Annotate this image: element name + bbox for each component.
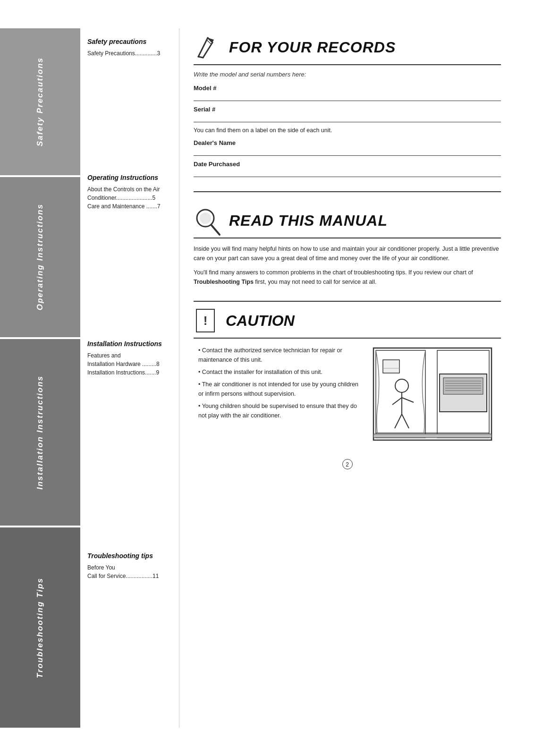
toc-troubleshooting-entry-0: Before You <box>87 563 172 572</box>
bottom-area: • Contact the authorized service technic… <box>194 346 501 450</box>
caution-title: CAUTION <box>226 312 295 330</box>
read-section: READ THIS MANUAL Inside you will find ma… <box>194 206 501 291</box>
toc-safety: Safety precautions Safety Precautions...… <box>87 38 172 160</box>
date-label: Date Purchased <box>194 161 501 168</box>
toc-installation-entry-0: Features and <box>87 351 172 360</box>
svg-rect-28 <box>373 434 492 438</box>
toc-troubleshooting: Troubleshooting tips Before You Call for… <box>87 552 172 704</box>
toc-troubleshooting-entry-1: Call for Service.................11 <box>87 572 172 580</box>
sidebar-safety-label: Safety Precautions <box>35 48 45 156</box>
sidebar-troubleshooting-label: Troubleshooting Tips <box>35 568 45 688</box>
records-title: FOR YOUR RECORDS <box>229 39 396 56</box>
page-container: Safety Precautions Operating Instruction… <box>0 0 534 756</box>
sidebar-safety: Safety Precautions <box>0 28 80 175</box>
records-info: You can find them on a label on the side… <box>194 127 501 134</box>
toc-installation-entry-2: Installation Instructions.......9 <box>87 368 172 377</box>
toc-troubleshooting-title: Troubleshooting tips <box>87 552 172 560</box>
records-section: FOR YOUR RECORDS Write the model and ser… <box>194 33 501 192</box>
model-line <box>194 93 501 101</box>
sidebar-troubleshooting: Troubleshooting Tips <box>0 527 80 728</box>
toc-installation: Installation Instructions Features and I… <box>87 340 172 538</box>
window-illustration <box>369 346 501 450</box>
svg-line-0 <box>198 38 208 57</box>
toc-safety-entry-0: Safety Precautions..............3 <box>87 49 172 58</box>
caution-exclamation-icon: ! <box>194 306 217 335</box>
read-para-2: You'll find many answers to common probl… <box>194 268 501 287</box>
caution-bullets: • Contact the authorized service technic… <box>194 346 359 423</box>
serial-label: Serial # <box>194 106 501 113</box>
svg-line-3 <box>198 57 203 58</box>
caution-header: ! CAUTION <box>194 306 501 339</box>
svg-rect-25 <box>383 360 399 373</box>
sidebar: Safety Precautions Operating Instruction… <box>0 28 80 728</box>
dealer-field: Dealer's Name <box>194 139 501 156</box>
svg-point-19 <box>395 379 408 392</box>
read-para-1: Inside you will find many helpful hints … <box>194 244 501 263</box>
model-field: Model # <box>194 85 501 101</box>
main-content: FOR YOUR RECORDS Write the model and ser… <box>179 28 515 728</box>
toc-operating-entry-2: Care and Maintenance .......7 <box>87 202 172 211</box>
sidebar-operating: Operating Instructions <box>0 177 80 337</box>
toc-operating-entry-0: About the Controls on the Air <box>87 185 172 194</box>
caution-bullet-0: • Contact the authorized service technic… <box>194 346 359 365</box>
sidebar-operating-label: Operating Instructions <box>35 194 45 320</box>
toc-operating-entry-1: Conditioner.......................5 <box>87 194 172 202</box>
caution-bullet-1: • Contact the installer for installation… <box>194 367 359 377</box>
toc-operating-title: Operating Instructions <box>87 174 172 181</box>
model-label: Model # <box>194 85 501 92</box>
toc-safety-title: Safety precautions <box>87 38 172 45</box>
date-field: Date Purchased <box>194 161 501 177</box>
toc-installation-title: Installation Instructions <box>87 340 172 348</box>
svg-point-7 <box>200 212 211 224</box>
page-number: 2 <box>342 459 353 469</box>
sidebar-installation: Installation Instructions <box>0 339 80 526</box>
svg-line-8 <box>212 225 220 235</box>
toc-operating: Operating Instructions About the Control… <box>87 174 172 326</box>
records-header: FOR YOUR RECORDS <box>194 33 501 65</box>
bold-phrase: Troubleshooting Tips <box>194 279 254 285</box>
pen-icon <box>194 33 222 61</box>
caution-bullet-3: • Young children should be supervised to… <box>194 401 359 420</box>
dealer-label: Dealer's Name <box>194 139 501 146</box>
svg-line-21 <box>392 398 402 405</box>
date-line <box>194 169 501 177</box>
svg-line-23 <box>395 414 402 428</box>
dealer-line <box>194 147 501 156</box>
read-header: READ THIS MANUAL <box>194 206 501 238</box>
toc-panel: Safety precautions Safety Precautions...… <box>80 28 179 728</box>
page-number-area: 2 <box>194 459 501 469</box>
serial-line <box>194 114 501 122</box>
svg-line-24 <box>402 414 409 428</box>
toc-installation-entry-1: Installation Hardware .........8 <box>87 360 172 368</box>
exclamation-box: ! <box>196 309 215 332</box>
sidebar-installation-label: Installation Instructions <box>35 366 45 499</box>
magnifier-icon <box>194 206 222 235</box>
read-title: READ THIS MANUAL <box>229 212 388 229</box>
caution-section: ! CAUTION • Contact the authorized servi… <box>194 301 501 450</box>
serial-field: Serial # <box>194 106 501 122</box>
records-subtitle: Write the model and serial numbers here: <box>194 71 501 78</box>
svg-line-22 <box>402 398 414 402</box>
caution-bullet-2: • The air conditioner is not intended fo… <box>194 380 359 399</box>
